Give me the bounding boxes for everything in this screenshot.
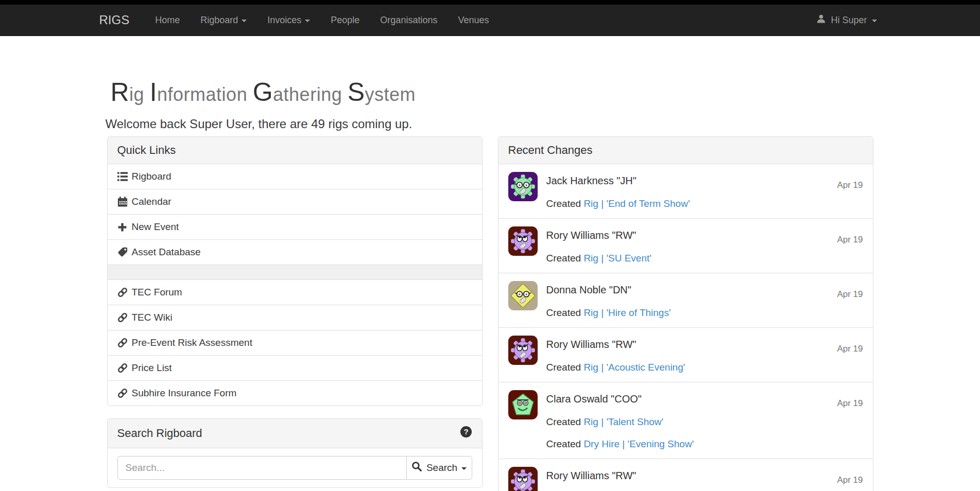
quick-link-label: New Event (132, 221, 179, 233)
quick-link-rigboard[interactable]: Rigboard (108, 164, 482, 189)
quick-link-label: Price List (132, 362, 172, 374)
quick-link-label: Asset Database (132, 247, 201, 258)
recent-change-body: Rory Williams "RW"Created Rig | 'SU Even… (546, 226, 651, 265)
nav-item-label: Venues (458, 15, 489, 26)
change-date: Apr 19 (837, 475, 863, 485)
change-date: Apr 19 (837, 398, 863, 409)
search-rigboard-header: Search Rigboard ? (108, 419, 482, 448)
recent-changes-header: Recent Changes (498, 137, 873, 164)
link-icon (117, 312, 132, 323)
search-icon (411, 461, 422, 475)
quick-link-tec-wiki[interactable]: TEC Wiki (108, 305, 482, 330)
nav-item-home[interactable]: Home (145, 5, 190, 36)
quick-links-title: Quick Links (117, 144, 176, 157)
search-input[interactable] (117, 456, 406, 480)
change-link[interactable]: Rig | 'End of Term Show' (583, 198, 690, 209)
change-action: Created Rig | 'Talent Show' (546, 415, 694, 429)
title-initial: S (348, 78, 365, 107)
chevron-down-icon (872, 20, 877, 22)
help-icon[interactable]: ? (460, 426, 472, 441)
quick-link-pre-event-risk-assessment[interactable]: Pre-Event Risk Assessment (108, 330, 482, 356)
change-date: Apr 19 (837, 235, 863, 245)
top-strip (0, 0, 980, 5)
change-action: Created Rig | 'Hire of Things' (546, 306, 671, 320)
quick-link-label: TEC Wiki (132, 312, 173, 323)
quick-link-new-event[interactable]: New Event (108, 215, 482, 240)
change-verb: Created (546, 253, 584, 264)
quick-link-label: Rigboard (132, 171, 171, 182)
quick-links-panel: Quick Links RigboardCalendarNew EventAss… (107, 136, 483, 406)
main-nav: HomeRigboardInvoicesPeopleOrganisationsV… (145, 5, 499, 36)
person-name: Clara Oswald "COO" (546, 391, 694, 407)
nav-item-label: Organisations (380, 15, 437, 26)
change-link[interactable]: Rig | 'Talent Show' (583, 416, 663, 427)
recent-changes-list: Jack Harkness "JH"Created Rig | 'End of … (498, 164, 873, 491)
title-rest: ig (129, 84, 144, 105)
title-rest: nformation (157, 84, 247, 105)
left-column: Quick Links RigboardCalendarNew EventAss… (99, 136, 490, 491)
brand-logo[interactable]: RIGS (99, 5, 145, 36)
change-verb: Created (546, 198, 584, 209)
recent-change-row: Clara Oswald "COO"Created Rig | 'Talent … (498, 382, 873, 459)
title-rest: ystem (365, 84, 416, 105)
person-name: Rory Williams "RW" (546, 468, 637, 483)
change-link[interactable]: Rig | 'Acoustic Evening' (583, 362, 685, 373)
recent-change-row: Rory Williams "RW"Created Rig | 'Acousti… (498, 328, 873, 382)
nav-item-invoices[interactable]: Invoices (257, 5, 320, 36)
plus-icon (117, 222, 132, 232)
search-button[interactable]: Search (406, 456, 472, 480)
link-icon (117, 287, 132, 297)
quick-link-tec-forum[interactable]: TEC Forum (108, 280, 482, 305)
change-link[interactable]: Rig | 'SU Event' (583, 253, 651, 264)
nav-item-label: People (331, 15, 359, 26)
search-rigboard-title: Search Rigboard (117, 427, 202, 440)
quick-link-label: TEC Forum (132, 287, 182, 298)
change-action: Created Rig | 'End of Term Show' (546, 197, 690, 211)
avatar (508, 336, 538, 365)
user-icon (816, 14, 826, 26)
list-icon (117, 171, 132, 182)
quick-links-separator (108, 265, 482, 280)
link-icon (117, 388, 132, 398)
quick-link-calendar[interactable]: Calendar (108, 189, 482, 215)
title-initial: R (111, 78, 130, 107)
person-name: Donna Noble "DN" (546, 282, 671, 297)
avatar (508, 281, 538, 310)
change-verb: Created (546, 362, 584, 373)
change-verb: Created (546, 307, 584, 318)
recent-change-row: Rory Williams "RW"Created Rig | 'SU Even… (498, 219, 873, 273)
avatar (508, 226, 538, 256)
title-initial: I (150, 78, 157, 107)
person-name: Jack Harkness "JH" (546, 173, 690, 188)
change-link[interactable]: Rig | 'Hire of Things' (583, 307, 670, 318)
change-action: Created Rig | 'SU Event' (546, 252, 651, 265)
change-verb: Created (546, 439, 584, 449)
chevron-down-icon (305, 20, 310, 22)
nav-item-organisations[interactable]: Organisations (370, 5, 448, 36)
avatar (508, 390, 538, 419)
link-icon (117, 363, 132, 373)
quick-link-subhire-insurance-form[interactable]: Subhire Insurance Form (108, 381, 482, 406)
change-link[interactable]: Dry Hire | 'Evening Show' (583, 439, 694, 449)
change-action: Created Dry Hire | 'Evening Show' (546, 437, 694, 451)
recent-changes-panel: Recent Changes Jack Harkness "JH"Created… (498, 136, 873, 491)
quick-link-asset-database[interactable]: Asset Database (108, 240, 482, 265)
user-menu[interactable]: Hi Super (812, 5, 881, 36)
quick-link-price-list[interactable]: Price List (108, 356, 482, 381)
change-date: Apr 19 (837, 289, 863, 300)
user-menu-label: Hi Super (831, 15, 867, 26)
quick-links-list: RigboardCalendarNew EventAsset DatabaseT… (108, 164, 482, 406)
search-rigboard-panel: Search Rigboard ? Search (107, 418, 483, 488)
recent-change-body: Donna Noble "DN"Created Rig | 'Hire of T… (546, 281, 671, 320)
quick-link-label: Calendar (132, 196, 171, 207)
recent-change-body: Rory Williams "RW" (546, 467, 637, 491)
quick-link-label: Pre-Event Risk Assessment (132, 337, 252, 348)
nav-item-venues[interactable]: Venues (448, 5, 499, 36)
recent-change-body: Rory Williams "RW"Created Rig | 'Acousti… (546, 336, 685, 374)
search-button-label: Search (426, 462, 457, 474)
main-content: Rig Information Gathering System Welcome… (99, 77, 881, 491)
nav-item-people[interactable]: People (320, 5, 370, 36)
nav-item-rigboard[interactable]: Rigboard (190, 5, 257, 36)
quick-links-header: Quick Links (108, 137, 482, 164)
avatar (508, 172, 538, 201)
